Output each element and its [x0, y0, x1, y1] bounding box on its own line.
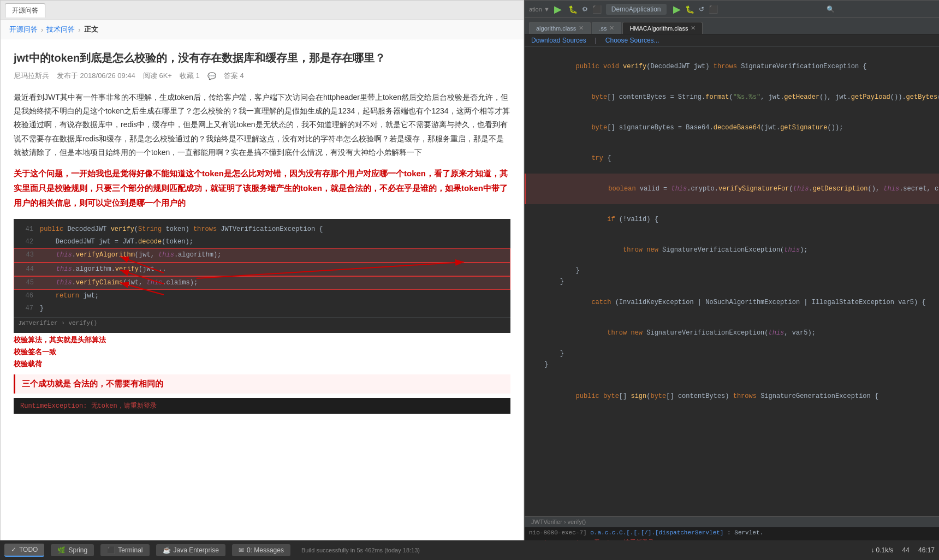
code-line-46: 46 return jwt; — [14, 290, 510, 302]
taskbar-build-status: Build successfully in 5s 462ms (today 18… — [297, 547, 864, 553]
ide-tab-close-1[interactable]: ✕ — [579, 25, 584, 32]
taskbar-clock: 46:17 — [918, 546, 935, 554]
taskbar-java-icon: ☕ — [163, 546, 171, 554]
ide-code-line-close-method: } — [525, 359, 939, 370]
code-line-43: 43 this.verifyAlgorithm(jwt, this.algori… — [14, 248, 510, 262]
ide-code-line-catch: catch (InvalidKeyException | NoSuchAlgor… — [525, 287, 939, 318]
browser-tab[interactable]: 开源问答 — [5, 3, 45, 17]
article-body-para1: 最近看到JWT其中有一件事非常的不理解，生成token后，传给客户端，客户端下次… — [14, 91, 510, 159]
ide-tab-3[interactable]: HMACAlgorithm.class ✕ — [622, 22, 703, 34]
annotation-bottom: 三个成功就是 合法的，不需要有相同的 — [14, 374, 510, 394]
ide-code-line-close-try: } — [525, 276, 939, 287]
taskbar-messages-label: 0: Messages — [247, 546, 284, 554]
annotation-box-1: 校验算法，其实就是头部算法 — [14, 335, 510, 345]
taskbar-todo-icon: ✓ — [11, 546, 16, 553]
ide-code-line-close-catch: } — [525, 348, 939, 359]
run-button-2[interactable]: ▶ — [673, 3, 681, 15]
run-button[interactable]: ▶ — [554, 3, 562, 15]
debug-icon[interactable]: 🐛 — [568, 5, 578, 14]
download-sources-link[interactable]: Download Sources — [531, 37, 586, 44]
breadcrumb: 开源问答 › 技术问答 › 正文 — [1, 20, 524, 39]
browser-window: 开源问答 开源问答 › 技术问答 › 正文 jwt中的token到底是怎么校验的… — [0, 0, 524, 560]
taskbar-terminal-label: Terminal — [118, 546, 142, 554]
ide-code-line-try: try { — [525, 143, 939, 174]
article-body: jwt中的token到底是怎么校验的，没有存在数据库和缓存里，那是存在哪里？ 尼… — [1, 39, 524, 544]
code-line-45: 45 this.verifyClaims(jwt, this.claims); — [14, 276, 510, 290]
browser-topbar: 开源问答 — [1, 1, 524, 20]
breadcrumb-code: JWTVerifier › verify() — [14, 317, 510, 329]
taskbar-java-label: Java Enterprise — [174, 546, 219, 554]
ide-code-line-sign-sig: public byte[] sign(byte[] contentBytes) … — [525, 381, 939, 412]
ide-code-line-throw2: throw new SignatureVerificationException… — [525, 318, 939, 348]
ide-code-line-if: if (!valid) { — [525, 204, 939, 235]
annotation-text-4: 三个成功就是 合法的，不需要有相同的 — [22, 379, 163, 388]
reload-icon[interactable]: ↺ — [699, 5, 704, 13]
runtime-error-bar: RuntimeException: 无token，请重新登录 — [14, 398, 510, 414]
taskbar-todo-label: TODO — [19, 546, 38, 553]
ide-tab-label-1: algorithm.class — [536, 25, 576, 32]
breadcrumb-part1[interactable]: 开源问答 — [9, 25, 38, 34]
code-line-42: 42 DecodedJWT jwt = JWT.decode(token); — [14, 236, 510, 248]
ide-log-line: nio-8080-exec-7] o.a.c.c.C.[.[.[/].[disp… — [529, 529, 939, 536]
taskbar-spring[interactable]: 🌿 Spring — [51, 544, 94, 556]
taskbar-spring-icon: 🌿 — [57, 546, 66, 554]
taskbar-java[interactable]: ☕ Java Enterprise — [156, 544, 225, 556]
taskbar-messages[interactable]: ✉ 0: Messages — [232, 544, 290, 556]
code-line-44: 44 this.algorithm.verify(jwt... — [14, 263, 510, 276]
article-answers: 答案 4 — [224, 71, 244, 81]
ide-code-line-method-sig: public void verify(DecodedJWT jwt) throw… — [525, 51, 939, 82]
taskbar-messages-icon: ✉ — [239, 546, 244, 554]
taskbar-terminal[interactable]: ⬛ Terminal — [100, 544, 149, 556]
ide-topbar: ation ▼ ▶ 🐛 ⚙ ⬛ DemoApplication ▶ 🐛 ↺ ⬛ … — [525, 1, 939, 18]
ide-code-line-content2: byte[] signatureBytes = Base64.decodeBas… — [525, 112, 939, 143]
article-body-para2: 关于这个问题，一开始我也是觉得好像不能知道这个token是怎么比对对错，因为没有… — [14, 166, 510, 210]
taskbar-network: ↓ 0.1k/s — [871, 546, 893, 554]
ide-tab-label-3: HMACAlgorithm.class — [629, 25, 688, 32]
breadcrumb-sep2: › — [78, 26, 80, 34]
debug-icon-2[interactable]: 🐛 — [685, 5, 694, 14]
article-date: 发布于 2018/06/26 09:44 — [57, 71, 135, 81]
article-author: 尼玛拉斯兵 — [14, 71, 49, 81]
stop-button[interactable]: ⬛ — [592, 5, 602, 14]
article-title: jwt中的token到底是怎么校验的，没有存在数据库和缓存里，那是存在哪里？ — [14, 50, 510, 65]
ide-tab-close-3[interactable]: ✕ — [691, 25, 696, 32]
annotations-area: 校验算法，其实就是头部算法 校验签名一致 校验载荷 — [14, 335, 510, 369]
article-views: 阅读 6K+ — [143, 71, 172, 81]
build-icon[interactable]: ⚙ — [582, 5, 588, 13]
ide-code-line-content1: byte[] contentBytes = String.format("%s.… — [525, 82, 939, 112]
ide-code-line-blank — [525, 370, 939, 381]
ide-breadcrumb-bottom: JWTVerifier › verify() — [525, 516, 939, 527]
ide-sources-bar: Download Sources | Choose Sources... — [525, 34, 939, 47]
choose-sources-link[interactable]: Choose Sources... — [605, 37, 659, 44]
code-line-41: 41 public DecodedJWT verify(String token… — [14, 223, 510, 236]
breadcrumb-part2[interactable]: 技术问答 — [46, 25, 75, 34]
taskbar-spring-label: Spring — [68, 546, 87, 554]
article-meta: 尼玛拉斯兵 发布于 2018/06/26 09:44 阅读 6K+ 收藏 1 💬… — [14, 71, 510, 81]
ide-tab-label-2: .ss — [599, 25, 607, 32]
ide-code-area[interactable]: public void verify(DecodedJWT jwt) throw… — [525, 47, 939, 516]
ide-code-line-close-if: } — [525, 265, 939, 276]
code-block-left: 41 public DecodedJWT verify(String token… — [14, 219, 510, 333]
annotation-box-2: 校验签名一致 — [14, 347, 510, 357]
breadcrumb-current: 正文 — [84, 25, 98, 34]
search-icon[interactable]: 🔍 — [827, 5, 835, 13]
ide-code-line-throw1: throw new SignatureVerificationException… — [525, 235, 939, 265]
ide-tabs: algorithm.class ✕ .ss ✕ HMACAlgorithm.cl… — [525, 18, 939, 34]
article-comment-icon: 💬 — [207, 72, 216, 80]
ide-tab-close-2[interactable]: ✕ — [609, 25, 614, 32]
annotation-box-3: 校验载荷 — [14, 359, 510, 369]
ide-code-line-valid: boolean valid = this.crypto.verifySignat… — [525, 174, 939, 204]
code-annotation-section: 41 public DecodedJWT verify(String token… — [14, 219, 510, 394]
ide-tab-2[interactable]: .ss ✕ — [592, 22, 621, 34]
ide-tab-1[interactable]: algorithm.class ✕ — [529, 22, 591, 34]
article-favorites: 收藏 1 — [180, 71, 200, 81]
taskbar-terminal-icon: ⬛ — [107, 546, 115, 554]
stop-button-2[interactable]: ⬛ — [709, 5, 718, 14]
taskbar-time-area: ↓ 0.1k/s 44 46:17 — [871, 546, 935, 554]
ide-window: ation ▼ ▶ 🐛 ⚙ ⬛ DemoApplication ▶ 🐛 ↺ ⬛ … — [524, 0, 939, 560]
breadcrumb-sep1: › — [41, 26, 43, 34]
taskbar-todo[interactable]: ✓ TODO — [4, 544, 44, 557]
app-name-label: DemoApplication — [606, 4, 667, 15]
taskbar: ✓ TODO 🌿 Spring ⬛ Terminal ☕ Java Enterp… — [0, 540, 939, 560]
taskbar-network2: 44 — [902, 546, 910, 554]
